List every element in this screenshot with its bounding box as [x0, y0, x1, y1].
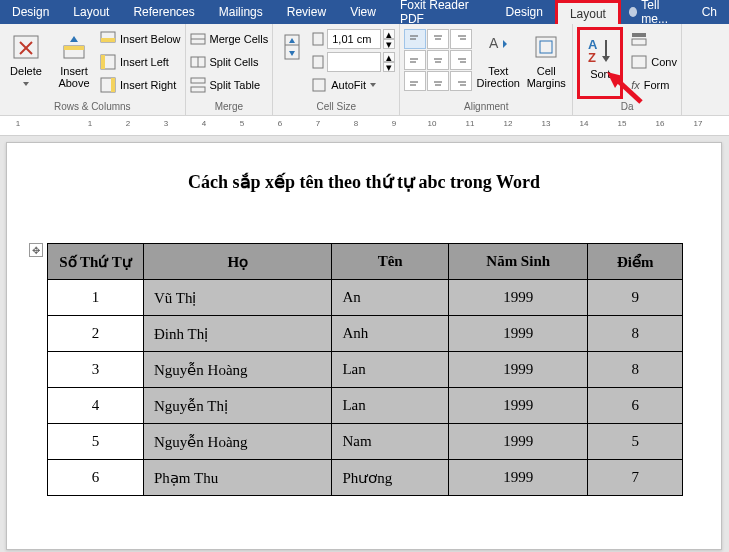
insert-above-button[interactable]: Insert Above — [52, 27, 96, 99]
autofit-button[interactable] — [277, 27, 307, 99]
tab-table-layout[interactable]: Layout — [558, 3, 618, 25]
insert-left-label: Insert Left — [120, 56, 169, 68]
align-bot-right[interactable] — [450, 71, 472, 91]
col-width-input[interactable]: ▴▾ — [311, 52, 395, 72]
col-width-value[interactable] — [327, 52, 381, 72]
table-body: 1Vũ ThịAn19999 2Đinh ThịAnh19998 3Nguyễn… — [48, 280, 683, 496]
insert-below-icon — [100, 31, 116, 47]
align-bot-center[interactable] — [427, 71, 449, 91]
word-table[interactable]: Số Thứ Tự Họ Tên Năm Sinh Điểm 1Vũ ThịAn… — [47, 243, 683, 496]
layout-tab-highlight: Layout — [555, 0, 621, 24]
autofit-small-icon — [311, 77, 327, 93]
svg-marker-5 — [70, 36, 78, 42]
rows-cols-group-label: Rows & Columns — [4, 99, 181, 115]
th-diem[interactable]: Điểm — [588, 244, 683, 280]
align-top-right[interactable] — [450, 29, 472, 49]
tab-mailings[interactable]: Mailings — [207, 0, 275, 24]
tab-view[interactable]: View — [338, 0, 388, 24]
svg-rect-17 — [191, 87, 205, 92]
group-alignment: A Text Direction Cell Margins Alignment — [400, 24, 573, 115]
cell-margins-label: Cell Margins — [527, 65, 566, 89]
ribbon: Delete Insert Above Insert Below Insert … — [0, 24, 729, 116]
split-cells-button[interactable]: Split Cells — [190, 52, 269, 72]
tab-review[interactable]: Review — [275, 0, 338, 24]
tab-layout[interactable]: Layout — [61, 0, 121, 24]
table-row: 2Đinh ThịAnh19998 — [48, 316, 683, 352]
height-icon — [311, 31, 325, 47]
formula-button[interactable]: fxForm — [631, 75, 677, 95]
table-row: 1Vũ ThịAn19999 — [48, 280, 683, 316]
insert-left-button[interactable]: Insert Left — [100, 52, 181, 72]
repeat-header-button[interactable] — [631, 29, 677, 49]
svg-rect-9 — [101, 55, 105, 69]
svg-marker-44 — [503, 40, 507, 48]
cell-margins-button[interactable]: Cell Margins — [524, 27, 568, 99]
svg-rect-46 — [540, 41, 552, 53]
align-mid-right[interactable] — [450, 50, 472, 70]
table-move-handle[interactable]: ✥ — [29, 243, 43, 257]
insert-above-label: Insert Above — [58, 65, 89, 89]
insert-below-button[interactable]: Insert Below — [100, 29, 181, 49]
table-row: 5Nguyễn HoàngNam19995 — [48, 424, 683, 460]
alignment-grid — [404, 27, 472, 99]
alignment-group-label: Alignment — [404, 99, 568, 115]
text-direction-label: Text Direction — [477, 65, 520, 89]
row-height-input[interactable]: 1,01 cm ▴▾ — [311, 29, 395, 49]
th-ho[interactable]: Họ — [144, 244, 332, 280]
delete-button[interactable]: Delete — [4, 27, 48, 99]
text-direction-button[interactable]: A Text Direction — [476, 27, 520, 99]
group-rows-columns: Delete Insert Above Insert Below Insert … — [0, 24, 186, 115]
svg-rect-24 — [313, 79, 325, 91]
svg-text:A: A — [489, 35, 499, 51]
align-top-center[interactable] — [427, 29, 449, 49]
insert-right-button[interactable]: Insert Right — [100, 75, 181, 95]
formula-label: Form — [644, 79, 670, 91]
svg-marker-20 — [289, 38, 295, 43]
tab-design[interactable]: Design — [0, 0, 61, 24]
th-stt[interactable]: Số Thứ Tự — [48, 244, 144, 280]
align-mid-left[interactable] — [404, 50, 426, 70]
spin-down[interactable]: ▾ — [383, 39, 395, 49]
spin-down[interactable]: ▾ — [383, 62, 395, 72]
merge-cells-button[interactable]: Merge Cells — [190, 29, 269, 49]
svg-marker-21 — [289, 51, 295, 56]
tell-me-label: Tell me... — [641, 0, 681, 26]
split-table-button[interactable]: Split Table — [190, 75, 269, 95]
table-header-row: Số Thứ Tự Họ Tên Năm Sinh Điểm — [48, 244, 683, 280]
th-namsinh[interactable]: Năm Sinh — [448, 244, 587, 280]
overflow-text: Ch — [690, 0, 729, 24]
svg-rect-16 — [191, 78, 205, 83]
group-merge: Merge Cells Split Cells Split Table Merg… — [186, 24, 274, 115]
lightbulb-icon — [629, 7, 637, 17]
group-cell-size: 1,01 cm ▴▾ ▴▾ AutoFit Cell Size — [273, 24, 400, 115]
align-top-left[interactable] — [404, 29, 426, 49]
autofit-menu-button[interactable]: AutoFit — [311, 75, 395, 95]
tab-references[interactable]: References — [121, 0, 206, 24]
cell-margins-icon — [533, 34, 559, 60]
svg-rect-4 — [64, 46, 84, 50]
delete-label: Delete — [10, 65, 42, 77]
merge-group-label: Merge — [190, 99, 269, 115]
tell-me-box[interactable]: Tell me... — [621, 0, 690, 24]
delete-icon — [12, 34, 40, 60]
insert-right-label: Insert Right — [120, 79, 176, 91]
insert-right-icon — [100, 77, 116, 93]
convert-label: Conv — [651, 56, 677, 68]
align-bot-left[interactable] — [404, 71, 426, 91]
page-title: Cách sắp xếp tên theo thứ tự abc trong W… — [47, 171, 681, 193]
svg-text:Z: Z — [588, 50, 596, 64]
sort-button[interactable]: AZ Sort — [582, 30, 618, 80]
sort-icon: AZ — [586, 36, 614, 64]
row-height-value[interactable]: 1,01 cm — [327, 29, 381, 49]
svg-rect-22 — [313, 33, 323, 45]
convert-icon — [631, 55, 647, 69]
horizontal-ruler[interactable]: 1 1 2 3 4 5 6 7 8 9 10 11 12 13 14 15 16… — [0, 116, 729, 136]
align-mid-center[interactable] — [427, 50, 449, 70]
merge-cells-icon — [190, 31, 206, 47]
th-ten[interactable]: Tên — [332, 244, 449, 280]
tab-foxit[interactable]: Foxit Reader PDF — [388, 0, 494, 24]
tab-table-design[interactable]: Design — [494, 0, 555, 24]
document-page[interactable]: Cách sắp xếp tên theo thứ tự abc trong W… — [6, 142, 722, 550]
autofit-icon — [281, 33, 303, 61]
convert-button[interactable]: Conv — [631, 52, 677, 72]
